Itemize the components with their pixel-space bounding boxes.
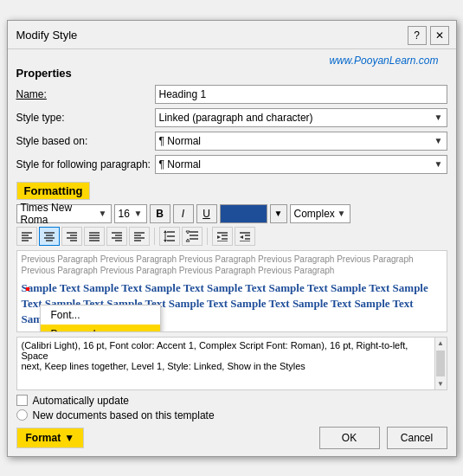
scrollbar-thumb[interactable] — [436, 351, 445, 376]
svg-marker-28 — [164, 230, 167, 233]
auto-update-checkbox[interactable] — [16, 395, 28, 406]
help-button[interactable]: ? — [408, 26, 427, 45]
following-arrow: ▼ — [434, 159, 443, 169]
scrollbar-up-arrow[interactable]: ▲ — [437, 338, 444, 349]
svg-marker-29 — [164, 240, 167, 242]
bottom-row: Format ▼ OK Cancel — [16, 427, 447, 449]
bold-button[interactable]: B — [150, 204, 170, 223]
toolbar-separator-2 — [207, 228, 208, 245]
color-dropdown-arrow[interactable]: ▼ — [270, 204, 287, 223]
italic-button[interactable]: I — [173, 204, 194, 223]
website-label: www.PooyanLearn.com — [16, 53, 447, 67]
close-button[interactable]: ✕ — [430, 26, 449, 45]
font-size-dropdown[interactable]: 16 ▼ — [114, 204, 147, 223]
script-dropdown[interactable]: Complex ▼ — [290, 204, 350, 223]
svg-marker-41 — [240, 235, 243, 239]
following-dropdown[interactable]: ¶ Normal ▼ — [155, 155, 447, 174]
line-spacing-btn[interactable] — [159, 227, 180, 246]
based-on-arrow: ▼ — [434, 136, 443, 145]
preview-previous-text: Previous Paragraph Previous Paragraph Pr… — [17, 251, 447, 279]
name-row: Name: Heading 1 — [16, 85, 447, 104]
auto-update-row: Automatically update — [16, 395, 447, 407]
svg-marker-34 — [186, 239, 190, 241]
description-box: (Calibri Light), 16 pt, Font color: Acce… — [16, 337, 447, 390]
format-button[interactable]: Format ▼ — [16, 428, 85, 448]
description-text: (Calibri Light), 16 pt, Font color: Acce… — [22, 340, 442, 371]
font-color-swatch[interactable] — [220, 204, 267, 223]
style-type-dropdown[interactable]: Linked (paragraph and character) ▼ — [155, 108, 447, 127]
align-toolbar-row — [16, 227, 447, 246]
font-name-dropdown[interactable]: Times New Roma ▼ — [16, 204, 112, 223]
font-size-arrow: ▼ — [134, 209, 143, 218]
new-docs-row: New documents based on this template — [16, 409, 447, 421]
auto-update-label: Automatically update — [33, 395, 129, 407]
title-bar: Modify Style ? ✕ — [8, 21, 456, 49]
toolbar-separator-1 — [154, 228, 155, 245]
svg-marker-33 — [186, 231, 190, 234]
preview-area: Previous Paragraph Previous Paragraph Pr… — [16, 250, 447, 332]
font-name-arrow: ▼ — [99, 209, 107, 218]
based-on-dropdown[interactable]: ¶ Normal ▼ — [155, 132, 447, 151]
ok-button[interactable]: OK — [319, 427, 380, 449]
align-ltr-btn[interactable] — [129, 227, 150, 246]
script-arrow: ▼ — [338, 209, 346, 218]
align-justify-btn[interactable] — [84, 227, 105, 246]
style-type-arrow: ▼ — [434, 113, 443, 122]
formatting-label: Formatting — [16, 178, 447, 204]
cancel-button[interactable]: Cancel — [387, 427, 447, 449]
description-scrollbar[interactable]: ▲ ▼ — [434, 338, 447, 389]
based-on-label: Style based on: — [16, 135, 155, 147]
title-bar-buttons: ? ✕ — [408, 26, 449, 45]
based-on-row: Style based on: ¶ Normal ▼ — [16, 132, 447, 151]
name-input[interactable]: Heading 1 — [155, 85, 447, 104]
align-rtl-btn[interactable] — [106, 227, 127, 246]
format-dropdown-arrow: ▼ — [64, 432, 74, 444]
dialog-body: www.PooyanLearn.com Properties Name: Hea… — [8, 49, 456, 456]
following-row: Style for following paragraph: ¶ Normal … — [16, 155, 447, 174]
name-label: Name: — [16, 88, 155, 100]
align-left-btn[interactable] — [16, 227, 37, 246]
context-item-font[interactable]: Font... — [41, 306, 160, 325]
align-center-btn[interactable] — [39, 227, 60, 246]
context-menu: Font... Paragraph... Tabs... Border... L… — [40, 305, 161, 332]
align-right-btn[interactable] — [61, 227, 82, 246]
following-label: Style for following paragraph: — [16, 158, 155, 170]
scrollbar-down-arrow[interactable]: ▼ — [437, 378, 444, 389]
underline-button[interactable]: U — [196, 204, 217, 223]
properties-section-title: Properties — [16, 67, 447, 80]
new-docs-radio[interactable] — [16, 409, 28, 421]
dialog-title: Modify Style — [16, 29, 78, 42]
font-toolbar-row: Times New Roma ▼ 16 ▼ B I U ▼ Complex ▼ — [16, 204, 447, 223]
context-menu-border: Font... Paragraph... Tabs... Border... L… — [26, 287, 29, 291]
style-type-row: Style type: Linked (paragraph and charac… — [16, 108, 447, 127]
context-item-paragraph[interactable]: Paragraph... — [41, 325, 160, 332]
increase-indent-btn[interactable] — [235, 227, 255, 246]
style-type-label: Style type: — [16, 112, 155, 124]
decrease-indent-btn[interactable] — [212, 227, 233, 246]
new-docs-label: New documents based on this template — [33, 409, 215, 421]
paragraph-spacing-btn[interactable] — [182, 227, 203, 246]
modify-style-dialog: Modify Style ? ✕ www.PooyanLearn.com Pro… — [7, 20, 457, 457]
svg-marker-36 — [217, 235, 221, 239]
ok-cancel-row: OK Cancel — [319, 427, 447, 449]
